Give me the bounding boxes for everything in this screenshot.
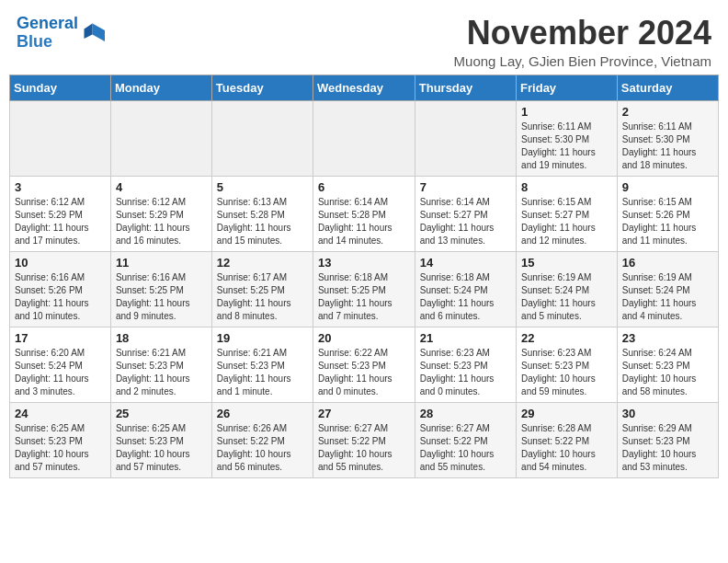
page-header: GeneralBlue November 2024 Muong Lay, GJi… [9, 9, 719, 69]
calendar-cell: 1Sunrise: 6:11 AMSunset: 5:30 PMDaylight… [517, 100, 618, 176]
calendar-cell: 6Sunrise: 6:14 AMSunset: 5:28 PMDaylight… [313, 176, 415, 251]
logo-icon [80, 19, 108, 47]
weekday-header-wednesday: Wednesday [313, 75, 415, 100]
calendar-cell: 27Sunrise: 6:27 AMSunset: 5:22 PMDayligh… [313, 402, 415, 477]
day-number: 15 [521, 256, 612, 270]
calendar-cell: 14Sunrise: 6:18 AMSunset: 5:24 PMDayligh… [415, 251, 516, 327]
calendar-cell [110, 100, 211, 176]
title-block: November 2024 Muong Lay, GJien Bien Prov… [454, 15, 711, 69]
calendar-cell: 7Sunrise: 6:14 AMSunset: 5:27 PMDaylight… [415, 176, 516, 251]
day-info: Sunrise: 6:22 AMSunset: 5:23 PMDaylight:… [318, 347, 410, 398]
day-info: Sunrise: 6:15 AMSunset: 5:27 PMDaylight:… [521, 196, 612, 247]
day-number: 21 [420, 331, 511, 345]
day-info: Sunrise: 6:25 AMSunset: 5:23 PMDaylight:… [15, 422, 106, 474]
day-number: 18 [116, 331, 207, 345]
day-number: 7 [420, 180, 511, 194]
day-number: 11 [116, 256, 207, 270]
day-number: 1 [521, 105, 612, 119]
calendar-header-row: SundayMondayTuesdayWednesdayThursdayFrid… [10, 75, 719, 100]
day-info: Sunrise: 6:14 AMSunset: 5:27 PMDaylight:… [420, 196, 511, 247]
day-info: Sunrise: 6:15 AMSunset: 5:26 PMDaylight:… [622, 196, 713, 247]
weekday-header-saturday: Saturday [617, 75, 718, 100]
day-number: 4 [116, 180, 207, 194]
calendar-cell: 9Sunrise: 6:15 AMSunset: 5:26 PMDaylight… [617, 176, 718, 251]
calendar-cell: 18Sunrise: 6:21 AMSunset: 5:23 PMDayligh… [110, 327, 211, 402]
calendar-week-5: 24Sunrise: 6:25 AMSunset: 5:23 PMDayligh… [10, 402, 719, 477]
calendar-cell [10, 100, 111, 176]
day-info: Sunrise: 6:23 AMSunset: 5:23 PMDaylight:… [521, 347, 612, 398]
calendar-cell: 29Sunrise: 6:28 AMSunset: 5:22 PMDayligh… [517, 402, 618, 477]
weekday-header-thursday: Thursday [415, 75, 516, 100]
weekday-header-sunday: Sunday [10, 75, 111, 100]
day-number: 12 [217, 256, 308, 270]
day-info: Sunrise: 6:19 AMSunset: 5:24 PMDaylight:… [622, 271, 713, 323]
calendar-cell: 13Sunrise: 6:18 AMSunset: 5:25 PMDayligh… [313, 251, 415, 327]
day-number: 28 [420, 407, 511, 420]
day-info: Sunrise: 6:21 AMSunset: 5:23 PMDaylight:… [217, 347, 308, 398]
calendar-cell: 19Sunrise: 6:21 AMSunset: 5:23 PMDayligh… [211, 327, 313, 402]
calendar-cell: 10Sunrise: 6:16 AMSunset: 5:26 PMDayligh… [10, 251, 111, 327]
calendar-cell: 20Sunrise: 6:22 AMSunset: 5:23 PMDayligh… [313, 327, 415, 402]
day-number: 13 [318, 256, 410, 270]
calendar-cell [313, 100, 415, 176]
day-number: 8 [521, 180, 612, 194]
calendar-cell: 8Sunrise: 6:15 AMSunset: 5:27 PMDaylight… [517, 176, 618, 251]
calendar-week-1: 1Sunrise: 6:11 AMSunset: 5:30 PMDaylight… [10, 100, 719, 176]
calendar-cell: 4Sunrise: 6:12 AMSunset: 5:29 PMDaylight… [110, 176, 211, 251]
calendar-cell: 3Sunrise: 6:12 AMSunset: 5:29 PMDaylight… [10, 176, 111, 251]
day-number: 19 [217, 331, 308, 345]
calendar-cell: 2Sunrise: 6:11 AMSunset: 5:30 PMDaylight… [617, 100, 718, 176]
day-number: 29 [521, 407, 612, 420]
day-info: Sunrise: 6:24 AMSunset: 5:23 PMDaylight:… [622, 347, 713, 398]
day-number: 30 [622, 407, 713, 420]
location-subtitle: Muong Lay, GJien Bien Province, Vietnam [454, 53, 711, 69]
day-number: 23 [622, 331, 713, 345]
day-number: 26 [217, 407, 308, 420]
day-info: Sunrise: 6:16 AMSunset: 5:25 PMDaylight:… [116, 271, 207, 323]
calendar-cell: 23Sunrise: 6:24 AMSunset: 5:23 PMDayligh… [617, 327, 718, 402]
day-number: 20 [318, 331, 410, 345]
calendar-week-2: 3Sunrise: 6:12 AMSunset: 5:29 PMDaylight… [10, 176, 719, 251]
day-info: Sunrise: 6:16 AMSunset: 5:26 PMDaylight:… [15, 271, 106, 323]
calendar-cell: 24Sunrise: 6:25 AMSunset: 5:23 PMDayligh… [10, 402, 111, 477]
day-number: 14 [420, 256, 511, 270]
calendar-cell: 17Sunrise: 6:20 AMSunset: 5:24 PMDayligh… [10, 327, 111, 402]
svg-marker-1 [85, 23, 93, 39]
day-info: Sunrise: 6:12 AMSunset: 5:29 PMDaylight:… [15, 196, 106, 247]
weekday-header-friday: Friday [517, 75, 618, 100]
calendar-cell: 25Sunrise: 6:25 AMSunset: 5:23 PMDayligh… [110, 402, 211, 477]
calendar-week-4: 17Sunrise: 6:20 AMSunset: 5:24 PMDayligh… [10, 327, 719, 402]
month-title: November 2024 [454, 15, 711, 52]
calendar-cell: 15Sunrise: 6:19 AMSunset: 5:24 PMDayligh… [517, 251, 618, 327]
day-info: Sunrise: 6:13 AMSunset: 5:28 PMDaylight:… [217, 196, 308, 247]
day-number: 6 [318, 180, 410, 194]
calendar-cell: 12Sunrise: 6:17 AMSunset: 5:25 PMDayligh… [211, 251, 313, 327]
logo: GeneralBlue [17, 15, 108, 52]
calendar-cell: 16Sunrise: 6:19 AMSunset: 5:24 PMDayligh… [617, 251, 718, 327]
day-number: 10 [15, 256, 106, 270]
day-number: 9 [622, 180, 713, 194]
day-info: Sunrise: 6:11 AMSunset: 5:30 PMDaylight:… [622, 121, 713, 172]
weekday-header-tuesday: Tuesday [211, 75, 313, 100]
day-info: Sunrise: 6:18 AMSunset: 5:24 PMDaylight:… [420, 271, 511, 323]
day-info: Sunrise: 6:12 AMSunset: 5:29 PMDaylight:… [116, 196, 207, 247]
weekday-header-monday: Monday [110, 75, 211, 100]
day-number: 22 [521, 331, 612, 345]
logo-text: GeneralBlue [17, 15, 78, 52]
day-info: Sunrise: 6:28 AMSunset: 5:22 PMDaylight:… [521, 422, 612, 474]
day-info: Sunrise: 6:19 AMSunset: 5:24 PMDaylight:… [521, 271, 612, 323]
calendar-cell: 26Sunrise: 6:26 AMSunset: 5:22 PMDayligh… [211, 402, 313, 477]
day-info: Sunrise: 6:17 AMSunset: 5:25 PMDaylight:… [217, 271, 308, 323]
calendar-week-3: 10Sunrise: 6:16 AMSunset: 5:26 PMDayligh… [10, 251, 719, 327]
day-info: Sunrise: 6:20 AMSunset: 5:24 PMDaylight:… [15, 347, 106, 398]
day-info: Sunrise: 6:25 AMSunset: 5:23 PMDaylight:… [116, 422, 207, 474]
day-number: 3 [15, 180, 106, 194]
day-number: 27 [318, 407, 410, 420]
day-number: 25 [116, 407, 207, 420]
calendar-cell: 11Sunrise: 6:16 AMSunset: 5:25 PMDayligh… [110, 251, 211, 327]
day-info: Sunrise: 6:21 AMSunset: 5:23 PMDaylight:… [116, 347, 207, 398]
calendar-cell: 5Sunrise: 6:13 AMSunset: 5:28 PMDaylight… [211, 176, 313, 251]
day-number: 17 [15, 331, 106, 345]
calendar-cell [415, 100, 516, 176]
calendar-cell: 30Sunrise: 6:29 AMSunset: 5:23 PMDayligh… [617, 402, 718, 477]
